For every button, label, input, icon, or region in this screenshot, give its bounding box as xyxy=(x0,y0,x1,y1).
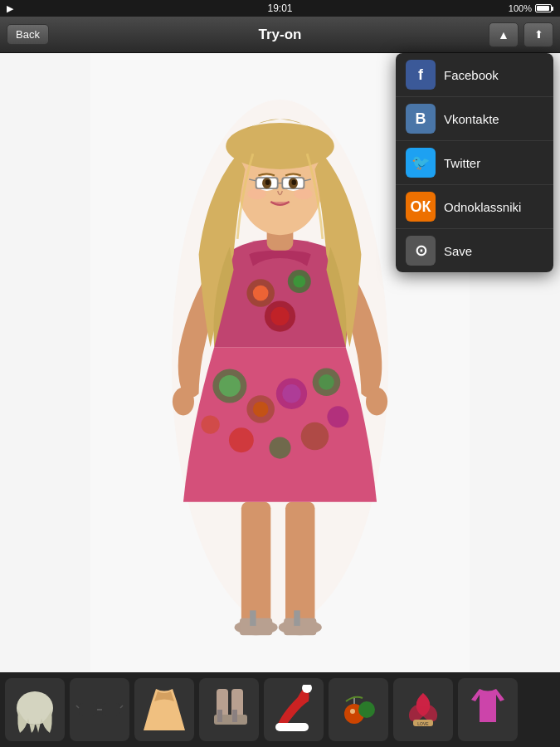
toolbar-item-tattoo[interactable]: LOVE xyxy=(393,678,453,741)
share-label-twitter: Twitter xyxy=(444,156,480,170)
share-item-facebook[interactable]: fFacebook xyxy=(396,53,553,97)
svg-point-62 xyxy=(358,701,375,718)
toolbar-item-top[interactable] xyxy=(458,678,518,741)
svg-point-24 xyxy=(229,427,254,452)
svg-point-64 xyxy=(350,709,355,714)
battery-percent: 100% xyxy=(509,3,532,13)
svg-rect-6 xyxy=(294,610,299,626)
svg-point-19 xyxy=(253,402,269,417)
svg-rect-59 xyxy=(275,723,309,731)
svg-point-46 xyxy=(294,188,312,199)
status-time: 19:01 xyxy=(267,2,292,14)
share-label-odnoklassniki: Odnoklassniki xyxy=(444,200,521,214)
share-button[interactable]: ⬆ xyxy=(523,22,553,47)
share-icon-vkontakte: B xyxy=(406,104,436,134)
svg-point-44 xyxy=(291,179,296,185)
share-icon: ⬆ xyxy=(534,28,543,41)
arrow-up-button[interactable]: ▲ xyxy=(489,22,519,47)
share-label-save: Save xyxy=(444,244,472,258)
svg-line-51 xyxy=(76,706,79,708)
svg-point-45 xyxy=(247,188,265,199)
svg-rect-57 xyxy=(229,715,247,725)
svg-point-28 xyxy=(201,415,219,433)
svg-point-31 xyxy=(366,388,387,416)
svg-rect-3 xyxy=(285,502,314,626)
share-item-twitter[interactable]: 🐦Twitter xyxy=(396,141,553,185)
svg-point-27 xyxy=(327,406,348,427)
svg-point-33 xyxy=(226,123,334,169)
svg-line-52 xyxy=(120,706,123,708)
share-icon-odnoklassniki: ОК xyxy=(406,192,436,222)
svg-rect-48 xyxy=(79,703,97,716)
share-icon-twitter: 🐦 xyxy=(406,148,436,178)
toolbar-item-wig[interactable] xyxy=(5,678,65,741)
svg-point-25 xyxy=(269,437,290,459)
status-bar: ▶ 19:01 100% xyxy=(0,0,560,17)
status-left-icon: ▶ xyxy=(7,3,13,14)
svg-point-43 xyxy=(265,179,270,185)
nav-right-group: ▲ ⬆ xyxy=(489,22,553,47)
svg-rect-2 xyxy=(241,502,270,626)
toolbar-item-sunglasses[interactable] xyxy=(70,678,129,741)
svg-point-26 xyxy=(301,422,329,451)
toolbar-item-ornament[interactable] xyxy=(329,678,388,741)
svg-rect-58 xyxy=(232,710,237,722)
share-item-save[interactable]: ⊙Save xyxy=(396,229,553,272)
nav-bar: Back Try-on ▲ ⬆ xyxy=(0,17,560,53)
svg-point-13 xyxy=(293,276,305,288)
svg-point-23 xyxy=(319,374,334,390)
svg-point-15 xyxy=(270,307,289,325)
share-label-vkontakte: Vkontakte xyxy=(444,112,499,126)
share-item-vkontakte[interactable]: BVkontakte xyxy=(396,97,553,141)
battery-icon xyxy=(535,4,553,12)
svg-rect-49 xyxy=(102,703,120,716)
page-title: Try-on xyxy=(259,27,302,43)
share-label-facebook: Facebook xyxy=(444,68,499,82)
svg-text:LOVE: LOVE xyxy=(417,721,429,726)
svg-point-17 xyxy=(219,375,241,397)
svg-rect-9 xyxy=(250,610,256,626)
status-right-group: 100% xyxy=(509,3,553,13)
svg-point-11 xyxy=(253,286,269,301)
toolbar-item-dress[interactable] xyxy=(134,678,194,741)
share-icon-facebook: f xyxy=(406,60,436,90)
svg-rect-55 xyxy=(217,710,222,722)
share-icon-save: ⊙ xyxy=(406,236,436,266)
svg-point-21 xyxy=(282,384,300,403)
share-item-odnoklassniki[interactable]: ОКOdnoklassniki xyxy=(396,185,553,229)
share-dropdown: fFacebookBVkontakte🐦TwitterОКOdnoklassni… xyxy=(396,53,553,272)
arrow-up-icon: ▲ xyxy=(498,28,509,42)
back-button[interactable]: Back xyxy=(7,24,49,45)
toolbar-item-boots[interactable] xyxy=(199,678,259,741)
bottom-toolbar: LOVE xyxy=(0,672,560,747)
toolbar-item-hat[interactable] xyxy=(264,678,324,741)
svg-point-30 xyxy=(173,388,194,416)
